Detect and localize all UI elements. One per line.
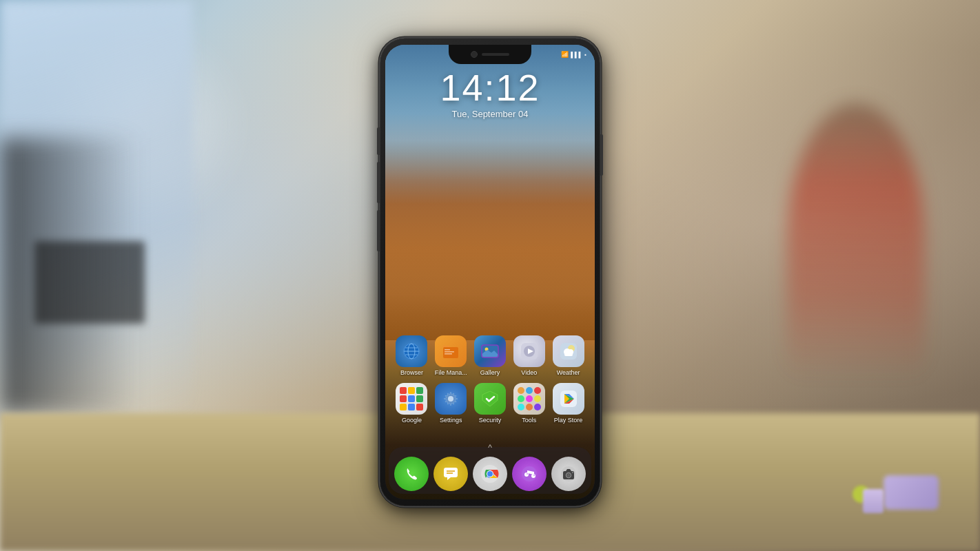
tools-icon	[513, 383, 545, 415]
app-gallery[interactable]: Gallery	[472, 335, 508, 376]
phone-body: 📶 ▌▌▌ ▪ 14:12 Tue, September 04	[380, 38, 600, 506]
battery-icon: ▪	[584, 52, 586, 58]
video-label: Video	[511, 369, 547, 376]
dock-phone[interactable]	[394, 457, 429, 491]
gallery-icon	[474, 335, 506, 367]
svg-rect-8	[445, 353, 452, 355]
gallery-label: Gallery	[472, 369, 508, 376]
play-store-label: Play Store	[551, 417, 586, 424]
bg-purple-item2	[863, 489, 884, 513]
dock-music[interactable]	[512, 457, 547, 491]
bg-purple-item	[884, 475, 939, 510]
front-camera	[471, 51, 478, 58]
signal-bars-icon: ▌▌▌	[571, 52, 582, 58]
app-weather[interactable]: Weather	[551, 335, 586, 376]
weather-label: Weather	[551, 369, 586, 376]
svg-rect-28	[444, 468, 458, 477]
app-play-store[interactable]: Play Store	[551, 383, 586, 424]
google-icon	[396, 383, 427, 415]
weather-icon	[553, 335, 584, 367]
app-google[interactable]: Google	[394, 383, 429, 424]
wifi-icon: 📶	[561, 51, 569, 58]
svg-point-37	[524, 472, 529, 477]
volume-down-button[interactable]	[377, 210, 380, 251]
camera-icon	[551, 457, 586, 491]
dock-camera[interactable]	[551, 457, 586, 491]
clock-area: 14:12 Tue, September 04	[385, 69, 595, 119]
svg-rect-19	[564, 353, 573, 356]
app-row-1: Browser	[392, 335, 588, 376]
notch	[449, 45, 531, 64]
svg-point-45	[572, 472, 573, 473]
settings-label: Settings	[433, 417, 469, 424]
chrome-icon	[473, 457, 507, 491]
tools-label: Tools	[511, 417, 547, 424]
svg-point-44	[567, 474, 570, 477]
svg-marker-22	[482, 391, 498, 406]
app-security[interactable]: Security	[472, 383, 508, 424]
play-store-icon	[553, 383, 584, 415]
settings-icon	[435, 383, 467, 415]
security-label: Security	[472, 417, 508, 424]
apps-area: Browser	[385, 335, 595, 430]
phone-screen: 📶 ▌▌▌ ▪ 14:12 Tue, September 04	[385, 45, 595, 499]
browser-label: Browser	[394, 369, 429, 376]
phone: 📶 ▌▌▌ ▪ 14:12 Tue, September 04	[380, 38, 600, 513]
bg-dark-left	[0, 138, 138, 413]
app-tools[interactable]: Tools	[511, 383, 547, 424]
app-settings[interactable]: Settings	[433, 383, 469, 424]
alert-slider[interactable]	[377, 127, 380, 155]
power-button[interactable]	[600, 134, 603, 176]
swipe-up-hint: ^	[488, 443, 492, 453]
svg-point-35	[487, 471, 493, 477]
svg-rect-5	[443, 347, 458, 358]
background-scene: 📶 ▌▌▌ ▪ 14:12 Tue, September 04	[0, 0, 980, 551]
clock-date: Tue, September 04	[385, 109, 595, 119]
messages-icon	[433, 457, 468, 491]
status-icons: 📶 ▌▌▌ ▪	[561, 51, 586, 58]
svg-rect-7	[445, 351, 454, 353]
app-row-2: Google Settings	[392, 383, 588, 424]
file-manager-icon	[435, 335, 467, 367]
security-icon	[474, 383, 506, 415]
volume-up-button[interactable]	[377, 162, 380, 203]
dock-chrome[interactable]	[473, 457, 507, 491]
dock-area	[392, 457, 588, 491]
svg-marker-29	[447, 477, 451, 480]
bg-right-person	[787, 103, 925, 379]
browser-icon	[396, 335, 427, 367]
video-icon	[513, 335, 545, 367]
svg-rect-6	[445, 349, 450, 351]
svg-point-38	[531, 474, 535, 478]
google-label: Google	[394, 417, 429, 424]
svg-point-36	[522, 466, 537, 481]
app-video[interactable]: Video	[511, 335, 547, 376]
music-icon	[512, 457, 547, 491]
svg-point-21	[448, 396, 453, 402]
earpiece-speaker	[482, 53, 509, 56]
file-manager-label: File Mana...	[433, 369, 469, 376]
app-file-manager[interactable]: File Mana...	[433, 335, 469, 376]
app-browser[interactable]: Browser	[394, 335, 429, 376]
dock-messages[interactable]	[433, 457, 468, 491]
phone-call-icon	[394, 457, 429, 491]
wallpaper-hills	[385, 113, 595, 340]
clock-time: 14:12	[385, 69, 595, 106]
